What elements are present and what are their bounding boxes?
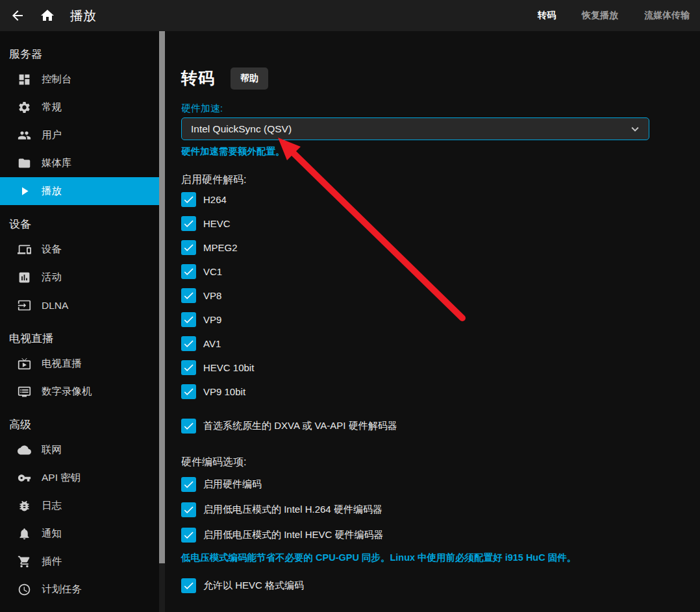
- help-button[interactable]: 帮助: [231, 67, 268, 90]
- live-tv-icon: [18, 357, 31, 371]
- checkbox-checked-icon[interactable]: [181, 360, 196, 375]
- sidebar-section-server: 服务器: [0, 35, 159, 66]
- topbar-tabs: 转码 恢复播放 流媒体传输: [538, 6, 690, 25]
- users-icon: [18, 129, 31, 142]
- network-icon: [18, 443, 31, 457]
- checkbox-checked-icon[interactable]: [181, 578, 196, 593]
- checkbox-checked-icon[interactable]: [181, 192, 196, 207]
- sidebar-item-devices[interactable]: 设备: [0, 236, 159, 263]
- sidebar-item-logs[interactable]: 日志: [0, 492, 159, 520]
- checkbox-checked-icon[interactable]: [181, 336, 196, 351]
- dlna-icon: [18, 299, 31, 312]
- sidebar-item-label: 控制台: [42, 73, 72, 86]
- checkbox-row-av1[interactable]: AV1: [181, 336, 221, 351]
- tab-transcoding[interactable]: 转码: [538, 6, 556, 25]
- sidebar-item-dvr[interactable]: 数字录像机: [0, 378, 159, 406]
- hardware-acceleration-hint: 硬件加速需要额外配置。: [181, 145, 661, 158]
- sidebar-item-label: DLNA: [42, 300, 68, 312]
- hardware-acceleration-label: 硬件加速:: [181, 103, 661, 115]
- sidebar-item-api-keys[interactable]: API 密钥: [0, 464, 159, 492]
- checkbox-row-low-power-hevc[interactable]: 启用低电压模式的 Intel HEVC 硬件编码器: [181, 528, 384, 543]
- sidebar-item-libraries[interactable]: 媒体库: [0, 149, 159, 177]
- library-icon: [18, 156, 31, 170]
- sidebar-item-networking[interactable]: 联网: [0, 436, 159, 464]
- sidebar-item-label: 插件: [42, 555, 62, 569]
- api-key-icon: [18, 471, 31, 485]
- low-power-mode-hint: 低电压模式编码能节省不必要的 CPU-GPU 同步。Linux 中使用前必须配置…: [181, 552, 661, 564]
- checkbox-checked-icon[interactable]: [181, 528, 196, 543]
- play-icon: [18, 184, 31, 198]
- devices-icon: [18, 243, 31, 256]
- hardware-acceleration-select[interactable]: Intel QuickSync (QSV): [181, 117, 649, 140]
- sidebar-item-activity[interactable]: 活动: [0, 263, 159, 291]
- sidebar-item-dlna[interactable]: DLNA: [0, 291, 159, 319]
- sidebar: 服务器 控制台 常规 用户 媒体库 播放 设备 设备 活动: [0, 31, 159, 612]
- checkbox-row-allow-hevc-encoding[interactable]: 允许以 HEVC 格式编码: [181, 578, 304, 593]
- checkbox-checked-icon[interactable]: [181, 419, 196, 434]
- scheduled-tasks-icon: [18, 583, 31, 596]
- checkbox-row-vp9[interactable]: VP9: [181, 312, 221, 327]
- sidebar-section-devices: 设备: [0, 205, 159, 236]
- sidebar-item-label: 联网: [42, 443, 62, 457]
- sidebar-item-label: 媒体库: [42, 156, 72, 170]
- sidebar-item-general[interactable]: 常规: [0, 93, 159, 121]
- sidebar-item-label: 计划任务: [42, 583, 82, 596]
- transcoding-settings-panel: 转码 帮助 硬件加速: Intel QuickSync (QSV) 硬件加速需要…: [165, 31, 700, 612]
- sidebar-item-scheduled-tasks[interactable]: 计划任务: [0, 576, 159, 604]
- logs-icon: [18, 499, 31, 513]
- dashboard-icon: [18, 73, 31, 86]
- plugins-icon: [18, 555, 31, 569]
- checkbox-row-hevc-10bit[interactable]: HEVC 10bit: [181, 360, 254, 375]
- activity-icon: [18, 271, 31, 284]
- checkbox-row-vp8[interactable]: VP8: [181, 288, 221, 303]
- sidebar-item-dashboard[interactable]: 控制台: [0, 66, 159, 93]
- checkbox-row-enable-hardware-encoding[interactable]: 启用硬件编码: [181, 477, 262, 492]
- sidebar-item-label: 日志: [42, 499, 62, 513]
- sidebar-item-label: 电视直播: [42, 357, 82, 371]
- sidebar-item-playback[interactable]: 播放: [0, 177, 159, 205]
- settings-icon: [18, 101, 31, 114]
- checkbox-row-vc1[interactable]: VC1: [181, 264, 222, 279]
- sidebar-item-label: 播放: [42, 184, 62, 198]
- back-button[interactable]: [9, 7, 26, 24]
- checkbox-checked-icon[interactable]: [181, 240, 196, 255]
- sidebar-scrollbar-thumb[interactable]: [159, 31, 165, 563]
- notifications-icon: [18, 527, 31, 541]
- topbar: 播放 转码 恢复播放 流媒体传输: [0, 0, 700, 31]
- arrow-back-icon: [10, 8, 25, 23]
- home-icon: [40, 8, 55, 23]
- checkbox-checked-icon[interactable]: [181, 312, 196, 327]
- home-button[interactable]: [39, 7, 56, 24]
- hardware-acceleration-value: Intel QuickSync (QSV): [191, 123, 292, 135]
- sidebar-item-label: 用户: [42, 129, 62, 142]
- sidebar-item-users[interactable]: 用户: [0, 121, 159, 149]
- dvr-icon: [18, 385, 31, 398]
- checkbox-row-mpeg2[interactable]: MPEG2: [181, 240, 238, 255]
- sidebar-item-label: 常规: [42, 101, 62, 114]
- checkbox-checked-icon[interactable]: [181, 264, 196, 279]
- decoding-group-label: 启用硬件解码:: [181, 173, 661, 187]
- tab-streaming[interactable]: 流媒体传输: [644, 6, 690, 25]
- checkbox-checked-icon[interactable]: [181, 216, 196, 231]
- sidebar-section-advanced: 高级: [0, 406, 159, 436]
- tab-resume-playback[interactable]: 恢复播放: [582, 6, 618, 25]
- checkbox-row-vp9-10bit[interactable]: VP9 10bit: [181, 384, 245, 399]
- checkbox-checked-icon[interactable]: [181, 384, 196, 399]
- checkbox-row-low-power-h264[interactable]: 启用低电压模式的 Intel H.264 硬件编码器: [181, 502, 382, 517]
- sidebar-item-label: 活动: [42, 271, 62, 284]
- checkbox-checked-icon[interactable]: [181, 502, 196, 517]
- checkbox-row-h264[interactable]: H264: [181, 192, 227, 207]
- checkbox-checked-icon[interactable]: [181, 288, 196, 303]
- checkbox-checked-icon[interactable]: [181, 477, 196, 492]
- sidebar-item-plugins[interactable]: 插件: [0, 548, 159, 576]
- checkbox-row-hevc[interactable]: HEVC: [181, 216, 231, 231]
- sidebar-item-label: 通知: [42, 527, 62, 541]
- sidebar-item-label: 数字录像机: [42, 385, 92, 398]
- checkbox-row-prefer-native-decoders[interactable]: 首选系统原生的 DXVA 或 VA-API 硬件解码器: [181, 419, 397, 434]
- page-title: 转码: [181, 67, 215, 89]
- sidebar-item-label: API 密钥: [42, 471, 81, 485]
- sidebar-item-notifications[interactable]: 通知: [0, 520, 159, 548]
- sidebar-item-live-tv[interactable]: 电视直播: [0, 350, 159, 378]
- sidebar-scrollbar: [159, 31, 165, 612]
- encoding-group-label: 硬件编码选项:: [181, 456, 661, 469]
